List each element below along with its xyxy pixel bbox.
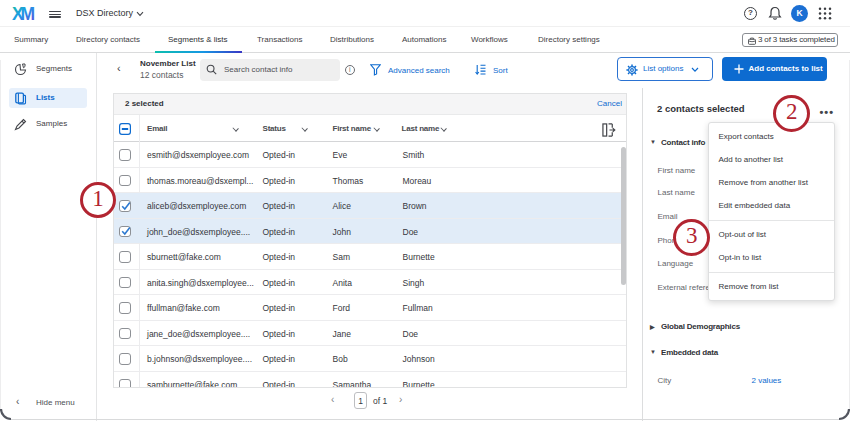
svg-text:XM: XM xyxy=(12,6,35,22)
